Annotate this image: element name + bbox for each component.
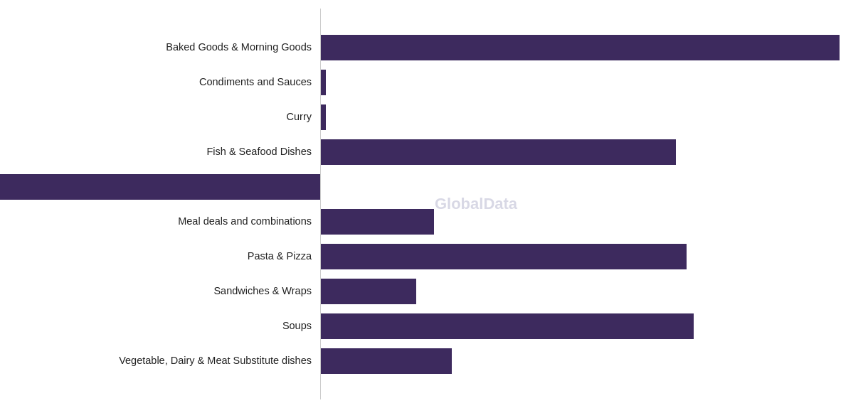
bar-label: Sandwiches & Wraps <box>14 284 320 298</box>
bar-fill <box>320 35 840 60</box>
bar-label: Fish & Seafood Dishes <box>14 145 320 159</box>
bar-fill <box>320 348 452 374</box>
chart-row: Baked Goods & Morning Goods <box>14 31 854 64</box>
chart-container: GlobalData Baked Goods & Morning GoodsCo… <box>14 9 854 399</box>
bar-label: Pasta & Pizza <box>14 249 320 263</box>
bar-fill <box>320 313 694 339</box>
bar-area <box>320 240 854 273</box>
bar-fill <box>0 174 320 200</box>
bar-label: Baked Goods & Morning Goods <box>14 41 320 54</box>
bar-fill <box>320 244 687 269</box>
chart-row: Meal deals and combinations <box>14 205 854 238</box>
bar-area <box>320 171 854 203</box>
bar-area <box>320 310 854 343</box>
bar-area <box>320 275 854 308</box>
bar-area <box>320 205 854 238</box>
chart-row: Sandwiches & Wraps <box>14 275 854 308</box>
bar-fill <box>320 279 416 304</box>
chart-row: Soups <box>14 310 854 343</box>
bar-area <box>320 66 854 99</box>
chart-row: Hot Drinks <box>14 171 854 203</box>
bar-area <box>320 101 854 134</box>
bar-label: Meal deals and combinations <box>14 215 320 228</box>
bar-fill <box>320 209 434 235</box>
bar-label: Curry <box>14 110 320 124</box>
bar-label: Soups <box>14 319 320 333</box>
chart-row: Fish & Seafood Dishes <box>14 136 854 168</box>
bar-area <box>320 31 854 64</box>
bar-fill <box>320 70 326 95</box>
chart-row: Curry <box>14 101 854 134</box>
bar-label: Condiments and Sauces <box>14 75 320 89</box>
bar-fill <box>320 139 676 165</box>
chart-row: Vegetable, Dairy & Meat Substitute dishe… <box>14 345 854 377</box>
bar-area <box>320 345 854 377</box>
chart-row: Pasta & Pizza <box>14 240 854 273</box>
axis-divider <box>320 9 321 399</box>
bar-label: Vegetable, Dairy & Meat Substitute dishe… <box>14 354 320 367</box>
bar-fill <box>320 104 326 130</box>
chart-row: Condiments and Sauces <box>14 66 854 99</box>
bar-area <box>320 136 854 168</box>
